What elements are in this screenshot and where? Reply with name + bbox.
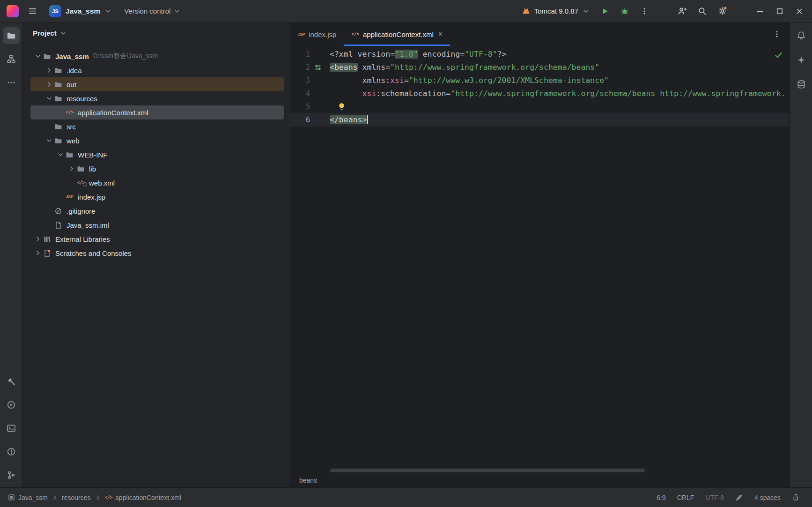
maximize-button[interactable] xyxy=(775,7,784,15)
line-number: 5 xyxy=(290,100,330,113)
folder-icon xyxy=(42,52,52,60)
tool-window-terminal-button[interactable] xyxy=(3,420,20,437)
tree-item-scratches-and-consoles[interactable]: Scratches and Consoles xyxy=(30,246,284,260)
intention-bulb-icon[interactable] xyxy=(337,102,346,111)
search-icon[interactable] xyxy=(698,7,707,15)
project-name: Java_ssm xyxy=(66,7,100,15)
tool-window-project-button[interactable] xyxy=(3,27,20,44)
tree-item-src[interactable]: src xyxy=(30,119,284,134)
status-file[interactable]: </>applicationContext.xml xyxy=(105,494,181,501)
tree-item-external-libraries[interactable]: External Libraries xyxy=(30,232,284,246)
breadcrumb-item[interactable]: beans xyxy=(299,477,317,484)
inspections-ok-icon[interactable] xyxy=(774,51,783,60)
code-line-4[interactable]: 4 xsi:schemaLocation="http://www.springf… xyxy=(290,87,790,100)
tool-window-version-control-button[interactable] xyxy=(3,467,20,484)
tree-item-web-xml[interactable]: </>web.xml xyxy=(30,176,284,190)
editor: JSPindex.jsp</>applicationContext.xml× 1… xyxy=(290,22,790,487)
project-folder-icon xyxy=(7,31,16,40)
code-line-5[interactable]: 5 xyxy=(290,100,790,113)
indent-style[interactable]: 4 spaces xyxy=(754,494,781,501)
tree-item-idea[interactable]: .idea xyxy=(30,63,284,77)
chevron-down-icon[interactable] xyxy=(45,137,53,144)
code-line-6[interactable]: 6</beans> xyxy=(290,113,790,127)
project-widget[interactable]: JS Java_ssm xyxy=(46,3,115,19)
status-path-label: applicationContext.xml xyxy=(115,494,181,501)
tree-item-applicationcontext-xml[interactable]: </>applicationContext.xml xyxy=(30,105,284,119)
status-folder[interactable]: resources xyxy=(62,494,90,501)
tool-window-build-button[interactable] xyxy=(3,373,20,390)
web-xml-file-icon: </> xyxy=(76,180,86,185)
tool-window-database-button[interactable] xyxy=(793,76,810,93)
run-configuration-selector[interactable]: Tomcat 9.0.87 xyxy=(522,7,590,15)
file-encoding[interactable]: UTF-8 xyxy=(705,494,724,501)
left-strip-bottom xyxy=(3,373,20,484)
settings-gear-icon[interactable] xyxy=(718,7,727,15)
run-config-label: Tomcat 9.0.87 xyxy=(534,7,578,15)
tree-item-out[interactable]: out xyxy=(30,77,284,91)
editor-options-icon[interactable] xyxy=(773,30,781,38)
tree-item-web-inf[interactable]: WEB-INF xyxy=(30,148,284,162)
tool-window-problems-button[interactable] xyxy=(3,443,20,460)
chevron-right-icon[interactable] xyxy=(45,81,53,88)
more-actions-icon[interactable] xyxy=(640,7,649,15)
tree-item-path-hint: D:\ssm整合\Java_ssm xyxy=(93,52,158,60)
tool-window-structure-button[interactable] xyxy=(3,51,20,67)
main-menu-icon[interactable] xyxy=(28,7,37,15)
horizontal-scrollbar[interactable] xyxy=(330,469,645,472)
tab-index-jsp[interactable]: JSPindex.jsp xyxy=(290,22,344,46)
spring-bean-gutter-icon[interactable] xyxy=(314,64,322,71)
chevron-right-icon[interactable] xyxy=(34,235,42,243)
readonly-toggle-icon[interactable] xyxy=(735,493,743,501)
debug-button[interactable] xyxy=(620,7,629,15)
code-line-2[interactable]: 2<beans xmlns="http://www.springframewor… xyxy=(290,61,790,74)
bell-icon xyxy=(797,31,806,40)
tree-item-label: External Libraries xyxy=(55,235,110,243)
chevron-right-icon[interactable] xyxy=(67,165,76,172)
chevron-right-icon[interactable] xyxy=(34,249,42,257)
tab-applicationcontext-xml[interactable]: </>applicationContext.xml× xyxy=(344,22,450,46)
more-tool-windows-button[interactable] xyxy=(3,74,20,91)
chevron-down-icon xyxy=(582,7,590,15)
code-text: xsi:schemaLocation="http://www.springfra… xyxy=(330,87,790,100)
tree-item-label: resources xyxy=(66,95,97,103)
caret-position[interactable]: 6:9 xyxy=(657,494,665,501)
chevron-down-icon[interactable] xyxy=(56,151,65,158)
tree-item-index-jsp[interactable]: JSPindex.jsp xyxy=(30,190,284,204)
close-tab-icon[interactable]: × xyxy=(438,30,443,38)
tree-item-resources[interactable]: resources xyxy=(30,91,284,105)
ai-assistant-button[interactable] xyxy=(793,52,810,68)
structure-icon xyxy=(7,54,16,64)
chevron-down-icon[interactable] xyxy=(34,52,42,60)
tree-item-java-ssm-iml[interactable]: Java_ssm.iml xyxy=(30,218,284,232)
run-button[interactable] xyxy=(601,7,609,15)
tool-window-services-button[interactable] xyxy=(3,396,20,413)
project-avatar: JS xyxy=(49,5,61,17)
file-lock-icon[interactable] xyxy=(792,493,800,501)
line-separator[interactable]: CRLF xyxy=(677,494,694,501)
iml-icon xyxy=(53,221,63,229)
tree-item-gitignore[interactable]: .gitignore xyxy=(30,204,284,218)
notifications-button[interactable] xyxy=(793,27,810,44)
code-line-1[interactable]: 1<?xml version="1.0" encoding="UTF-8"?> xyxy=(290,48,790,61)
tree-item-lib[interactable]: lib xyxy=(30,162,284,176)
tree-item-label: lib xyxy=(89,165,96,173)
tree-item-label: web.xml xyxy=(89,179,115,187)
intellij-logo xyxy=(7,5,19,17)
code-line-3[interactable]: 3 xmlns:xsi="http://www.w3.org/2001/XMLS… xyxy=(290,74,790,87)
chevron-down-icon[interactable] xyxy=(45,95,53,102)
project-panel-header[interactable]: Project xyxy=(22,22,290,40)
code-area[interactable]: 1<?xml version="1.0" encoding="UTF-8"?>2… xyxy=(290,46,790,473)
folder-icon xyxy=(53,95,63,103)
left-strip-top xyxy=(3,27,20,91)
status-module[interactable]: Java_ssm xyxy=(7,493,48,501)
chevron-right-icon[interactable] xyxy=(45,67,53,74)
code-with-me-icon[interactable] xyxy=(678,7,687,15)
vcs-widget[interactable]: Version control xyxy=(124,7,181,15)
close-button[interactable] xyxy=(795,7,804,15)
tree-item-web[interactable]: web xyxy=(30,134,284,148)
tree-item-java-ssm[interactable]: Java_ssmD:\ssm整合\Java_ssm xyxy=(30,49,284,63)
minimize-button[interactable] xyxy=(756,7,764,15)
module-icon xyxy=(7,493,15,501)
right-toolbar xyxy=(790,22,812,487)
caret xyxy=(367,115,368,124)
